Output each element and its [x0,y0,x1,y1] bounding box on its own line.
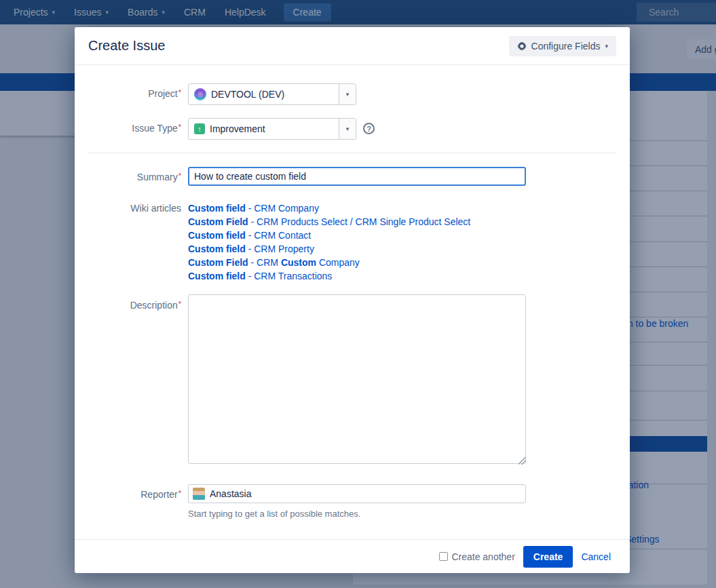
create-another-checkbox[interactable] [439,552,448,561]
dialog-body: Project* ◎ DEVTOOL (DEV) ▾ Issue Type* [75,65,630,539]
chevron-down-icon: ▾ [605,43,608,50]
reporter-hint: Start typing to get a list of possible m… [188,509,630,519]
create-button[interactable]: Create [523,546,573,568]
reporter-label: Reporter* [75,484,188,519]
reporter-value: Anastasia [210,488,251,499]
gear-icon [517,41,527,51]
summary-input[interactable] [188,167,526,186]
issue-type-value: Improvement [210,123,265,134]
dialog-title: Create Issue [88,38,165,54]
cancel-link[interactable]: Cancel [581,551,611,562]
resize-grip-icon[interactable] [519,457,526,465]
project-label: Project* [75,83,188,105]
wiki-article-link[interactable]: Custom Field - CRM Custom Company [188,256,630,269]
required-asterisk: * [178,88,181,96]
description-textarea[interactable] [188,294,526,464]
wiki-article-link[interactable]: Custom field - CRM Company [188,201,630,215]
issue-type-select[interactable]: ↑ Improvement ▾ [188,118,356,140]
description-label: Description* [75,294,188,467]
wiki-article-link[interactable]: Custom field - CRM Contact [188,229,630,242]
project-value: DEVTOOL (DEV) [211,89,284,100]
wiki-article-link[interactable]: Custom Field - CRM Products Select / CRM… [188,215,630,229]
configure-fields-button[interactable]: Configure Fields ▾ [509,36,616,56]
required-asterisk: * [178,172,181,180]
project-dropdown-arrow[interactable]: ▾ [339,84,356,104]
summary-label: Summary* [75,167,188,186]
dialog-header: Create Issue Configure Fields ▾ [75,27,630,65]
wiki-article-link[interactable]: Custom field - CRM Transactions [188,269,630,283]
project-avatar: ◎ [194,88,206,100]
reporter-avatar [193,488,205,500]
required-asterisk: * [178,123,181,131]
project-select[interactable]: ◎ DEVTOOL (DEV) ▾ [188,83,356,105]
dialog-footer: Create another Create Cancel [75,539,630,573]
wiki-articles-label: Wiki articles [75,201,188,283]
configure-fields-label: Configure Fields [531,41,601,52]
required-asterisk: * [178,489,181,497]
create-another-label: Create another [451,551,514,562]
create-issue-dialog: Create Issue Configure Fields ▾ Project*… [75,27,630,573]
improvement-icon: ↑ [194,123,205,134]
issue-type-dropdown-arrow[interactable]: ▾ [339,119,356,139]
issue-type-label: Issue Type* [75,118,188,140]
help-icon[interactable]: ? [363,123,375,134]
required-asterisk: * [178,300,181,308]
wiki-article-link[interactable]: Custom field - CRM Property [188,242,630,256]
section-divider [88,153,616,153]
reporter-input[interactable]: Anastasia [188,484,526,503]
